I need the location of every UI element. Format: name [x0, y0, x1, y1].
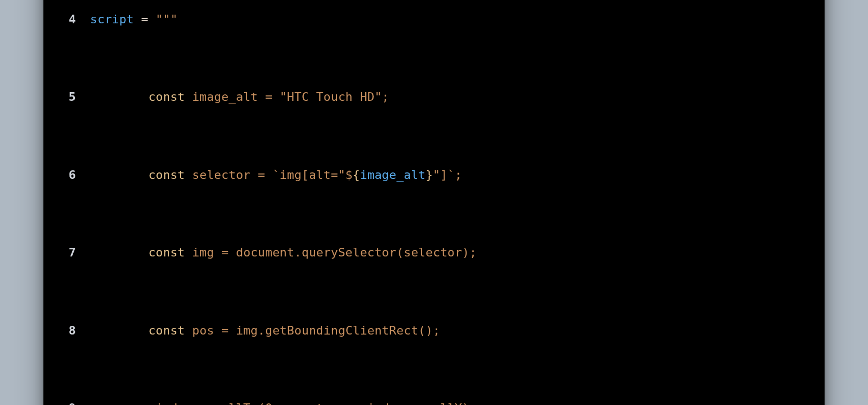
line-number: 9	[64, 398, 90, 405]
code-line: 4 script = """	[64, 10, 804, 29]
code-block: 1 url = "https://ecommerce-playground.la…	[64, 0, 804, 405]
code-source: const img = document.querySelector(selec…	[90, 243, 804, 262]
code-source: script = """	[90, 10, 804, 29]
code-line: 5 const image_alt = "HTC Touch HD";	[64, 87, 804, 107]
line-number: 8	[64, 321, 90, 340]
code-window: 1 url = "https://ecommerce-playground.la…	[43, 0, 825, 405]
code-source: const pos = img.getBoundingClientRect();	[90, 321, 804, 340]
code-source: const image_alt = "HTC Touch HD";	[90, 87, 804, 107]
code-line: 6 const selector = `img[alt="${image_alt…	[64, 165, 804, 185]
code-line: 9 window.scrollTo(0, pos.top + window.sc…	[64, 398, 804, 405]
code-source: window.scrollTo(0, pos.top + window.scro…	[90, 398, 804, 405]
line-number: 4	[64, 10, 90, 29]
line-number: 6	[64, 165, 90, 185]
code-line: 8 const pos = img.getBoundingClientRect(…	[64, 321, 804, 340]
code-line: 7 const img = document.querySelector(sel…	[64, 243, 804, 262]
code-source: const selector = `img[alt="${image_alt}"…	[90, 165, 804, 185]
line-number: 7	[64, 243, 90, 262]
line-number: 5	[64, 87, 90, 107]
